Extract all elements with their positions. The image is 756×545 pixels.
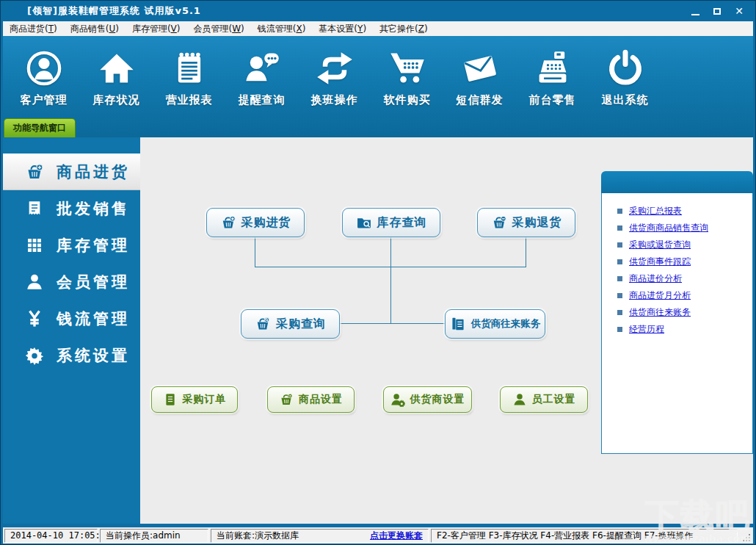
toolbar-button-business-report[interactable]: 营业报表	[153, 49, 225, 107]
sidebar-item-wholesale-sales[interactable]: 批发销售	[3, 190, 140, 227]
status-operator: 当前操作员:admin	[100, 529, 208, 543]
staff-setup-button[interactable]: 员工设置	[500, 386, 588, 413]
sidebar: 商品进货 批发销售 库存管理 会员管理 钱流管理 系统设置	[3, 137, 140, 524]
maximize-button[interactable]	[708, 4, 726, 18]
sidebar-item-inventory-mgmt[interactable]: 库存管理	[3, 227, 140, 264]
quick-link-purchase-or-return-query[interactable]: 采购或退货查询	[602, 237, 752, 253]
cash-register-icon	[534, 49, 572, 87]
minimize-icon	[691, 14, 699, 15]
minimize-button[interactable]	[686, 4, 704, 18]
swap-arrows-icon	[316, 49, 354, 87]
quick-link-purchase-summary-report[interactable]: 采购汇总报表	[602, 203, 752, 220]
content-area: 采购进货 库存查询 采购退货 采购查询 供货商往来账务 采购订单	[140, 137, 753, 524]
window-controls: ✕	[686, 4, 755, 18]
bullet-icon	[617, 259, 622, 264]
inventory-query-button[interactable]: 库存查询	[342, 208, 440, 237]
switch-account-link[interactable]: 点击更换账套	[370, 530, 423, 542]
report-pad-icon	[170, 49, 208, 87]
connector-line	[255, 267, 526, 267]
receipt-icon	[25, 199, 44, 218]
connector-line	[390, 237, 391, 324]
status-account: 当前账套:演示数据库 点击更换账套	[211, 529, 429, 543]
quick-link-supplier-accounts[interactable]: 供货商往来账务	[602, 304, 752, 321]
quick-link-goods-purchase-monthly-analysis[interactable]: 商品进货月分析	[602, 287, 752, 304]
folder-search-icon	[356, 214, 372, 231]
gear-icon	[25, 346, 44, 365]
main-area: 商品进货 批发销售 库存管理 会员管理 钱流管理 系统设置	[3, 137, 753, 524]
toolbar-button-inventory-status[interactable]: 库存状况	[80, 49, 153, 107]
toolbar: 客户管理 库存状况 营业报表 提醒查询 换班操作 软件购买 短信群发 前台零售	[3, 36, 753, 137]
quick-link-goods-cost-analysis[interactable]: 商品进价分析	[602, 270, 752, 287]
status-hotkeys: F2-客户管理 F3-库存状况 F4-营业报表 F6-提醒查询 F7-换班操作	[431, 529, 738, 543]
yen-icon	[25, 309, 44, 328]
toolbar-button-customer-mgmt[interactable]: 客户管理	[7, 49, 80, 107]
supplier-setup-button[interactable]: 供货商设置	[383, 386, 472, 413]
sidebar-item-goods-purchase[interactable]: 商品进货	[3, 154, 140, 190]
bullet-icon	[617, 327, 622, 332]
goods-setup-button[interactable]: 商品设置	[267, 386, 355, 413]
menu-other-ops[interactable]: 其它操作(Z)	[373, 21, 435, 36]
quick-link-business-history[interactable]: 经营历程	[602, 321, 752, 338]
cart-icon	[388, 49, 426, 87]
menu-cashflow-mgmt[interactable]: 钱流管理(X)	[251, 21, 313, 36]
menu-goods-purchase[interactable]: 商品进货(T)	[3, 21, 64, 36]
title-bar: [领智]服装鞋帽管理系统 试用版v5.1 ✕	[1, 1, 755, 21]
quick-links-body: 采购汇总报表 供货商商品销售查询 采购或退货查询 供货商事件跟踪 商品进价分析 …	[601, 193, 753, 454]
basket-search-icon	[255, 316, 271, 332]
status-datetime: 2014-04-10 17:05:59	[4, 529, 98, 543]
grip-dots-icon	[741, 533, 752, 543]
purchase-return-button[interactable]: 采购退货	[477, 208, 575, 237]
home-icon	[98, 49, 136, 87]
envelope-icon	[461, 49, 499, 87]
purchase-query-button[interactable]: 采购查询	[241, 309, 340, 339]
quick-link-supplier-goods-sales-query[interactable]: 供货商商品销售查询	[602, 220, 752, 237]
toolbar-button-shift-change[interactable]: 换班操作	[298, 49, 371, 107]
person-gear-icon	[390, 392, 405, 407]
person-icon	[512, 392, 527, 407]
connector-line	[340, 323, 445, 324]
bullet-icon	[617, 293, 622, 298]
sidebar-item-system-settings[interactable]: 系统设置	[3, 337, 140, 374]
bullet-icon	[617, 209, 622, 214]
person-chat-icon	[243, 49, 281, 87]
toolbar-button-exit-system[interactable]: 退出系统	[589, 49, 661, 107]
menu-bar: 商品进货(T) 商品销售(U) 库存管理(V) 会员管理(W) 钱流管理(X) …	[3, 21, 753, 36]
menu-member-mgmt[interactable]: 会员管理(W)	[186, 21, 250, 36]
toolbar-button-retail-pos[interactable]: 前台零售	[516, 49, 589, 107]
basket-minus-icon	[491, 214, 507, 231]
sidebar-item-cashflow-mgmt[interactable]: 钱流管理	[3, 300, 140, 337]
sidebar-item-member-mgmt[interactable]: 会员管理	[3, 264, 140, 300]
basket-plus-icon	[25, 162, 44, 181]
purchase-order-button[interactable]: 采购订单	[151, 386, 238, 413]
grid-icon	[25, 236, 44, 255]
resize-grip[interactable]	[740, 529, 752, 543]
user-circle-icon	[25, 49, 63, 87]
menu-basic-settings[interactable]: 基本设置(Y)	[312, 21, 373, 36]
quick-link-supplier-event-tracking[interactable]: 供货商事件跟踪	[602, 253, 752, 270]
maximize-icon	[713, 8, 721, 15]
quick-links-header	[601, 171, 753, 193]
menu-goods-sales[interactable]: 商品销售(U)	[64, 21, 126, 36]
tab-function-navigation[interactable]: 功能导航窗口	[4, 118, 76, 137]
window-title: [领智]服装鞋帽管理系统 试用版v5.1	[1, 4, 201, 18]
toolbar-button-software-purchase[interactable]: 软件购买	[371, 49, 443, 107]
bullet-icon	[617, 310, 622, 315]
bullet-icon	[617, 225, 622, 231]
purchase-in-button[interactable]: 采购进货	[206, 208, 305, 237]
connector-line	[255, 237, 255, 267]
status-bar: 2014-04-10 17:05:59 当前操作员:admin 当前账套:演示数…	[3, 527, 753, 544]
documents-icon	[450, 316, 466, 332]
document-icon	[163, 392, 178, 407]
bullet-icon	[617, 276, 622, 281]
close-button[interactable]: ✕	[730, 4, 748, 18]
toolbar-button-sms-broadcast[interactable]: 短信群发	[443, 49, 516, 107]
app-window: [领智]服装鞋帽管理系统 试用版v5.1 ✕ 商品进货(T) 商品销售(U) 库…	[0, 0, 756, 545]
basket-plus-icon	[220, 214, 236, 231]
supplier-accounts-button[interactable]: 供货商往来账务	[445, 309, 545, 339]
quick-links-panel: 采购汇总报表 供货商商品销售查询 采购或退货查询 供货商事件跟踪 商品进价分析 …	[601, 171, 753, 454]
power-icon	[606, 49, 644, 87]
toolbar-button-reminder-query[interactable]: 提醒查询	[225, 49, 298, 107]
menu-inventory-mgmt[interactable]: 库存管理(V)	[126, 21, 187, 36]
connector-line	[526, 237, 526, 267]
close-icon: ✕	[735, 6, 744, 16]
